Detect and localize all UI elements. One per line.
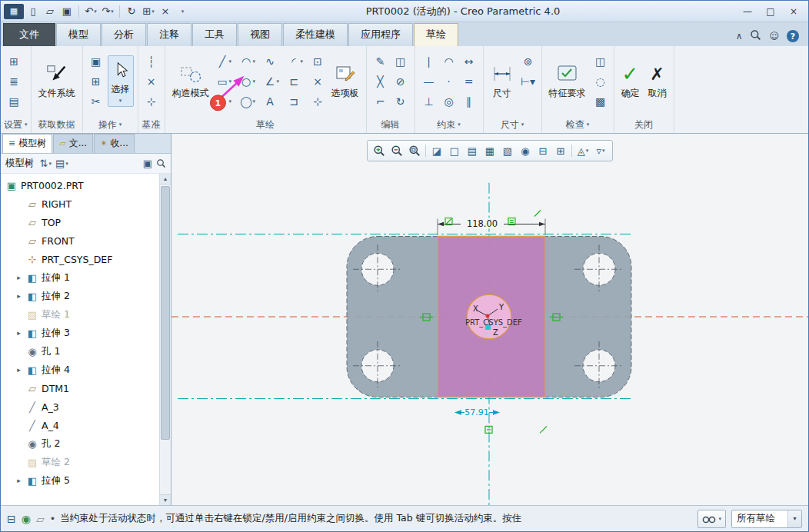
scrollbar-thumb[interactable] (161, 186, 170, 440)
tree-item[interactable]: ╱A_3 (1, 397, 159, 416)
chevron-down-icon[interactable]: ▾ (94, 8, 97, 15)
dimension-button[interactable]: 尺寸 (488, 60, 517, 102)
baseline-dimension-button[interactable]: ⊢▾ (519, 72, 538, 91)
chevron-down-icon[interactable]: ▾ (151, 8, 155, 15)
tree-item[interactable]: ╱A_4 (1, 416, 159, 434)
width-dimension[interactable]: 118.00 (438, 211, 545, 235)
scroll-down-icon[interactable]: ▾ (160, 494, 171, 505)
tree-item[interactable]: ▸◧拉伸 5 (1, 471, 159, 490)
tree-item[interactable]: ▱TOP (1, 213, 159, 231)
scroll-up-icon[interactable]: ▴ (160, 174, 171, 185)
expander-icon[interactable]: ▸ (15, 477, 23, 484)
datum-display-icon[interactable]: □ (446, 142, 463, 159)
tree-item[interactable]: ▸◧拉伸 2 (1, 287, 159, 305)
paste-button[interactable]: ▣ (87, 52, 105, 71)
shade-closed-loops-button[interactable]: ▩ (591, 92, 610, 111)
annotation-display-icon[interactable]: ▤ (464, 142, 481, 159)
sketch-canvas[interactable]: 118.00 57.91 (171, 134, 808, 505)
csys-tool[interactable]: ⊹ (310, 92, 326, 111)
tab-applications[interactable]: 应用程序 (348, 23, 413, 46)
display-style-icon[interactable]: ◪ (428, 142, 445, 159)
datum-display-filters-icon[interactable]: ▿▾ (592, 142, 609, 159)
datum-display-icon[interactable]: ▱ (36, 513, 45, 525)
tab-folder-browser[interactable]: ▱文... (53, 134, 93, 153)
tree-item[interactable]: ▱RIGHT (1, 195, 159, 213)
perimeter-dimension-button[interactable]: ⊚ (519, 52, 538, 71)
tree-sort-button[interactable]: ⇅▾ (40, 158, 52, 169)
undo-button[interactable]: ↶▾ (83, 3, 98, 20)
tab-view[interactable]: 视图 (238, 23, 282, 46)
save-button[interactable]: ▣ (59, 3, 75, 20)
project-tool[interactable]: ⊡ (310, 52, 326, 71)
close-button[interactable]: × (782, 3, 805, 20)
parallel-constraint-button[interactable]: ∥ (460, 92, 478, 111)
coincident-constraint-button[interactable]: ◎ (440, 92, 458, 111)
corner-button[interactable]: ⌐ (371, 92, 390, 111)
tree-item[interactable]: ▱FRONT (1, 231, 159, 250)
browser-icon[interactable]: ◉ (22, 513, 31, 525)
connect-icon[interactable]: ☺ (769, 31, 779, 42)
datum-csys-button[interactable]: ⊹ (142, 92, 161, 111)
group-label-setup[interactable]: 设置▾ (1, 116, 31, 133)
mirror-button[interactable]: ◫ (391, 52, 410, 71)
expander-icon[interactable]: ▸ (15, 274, 23, 281)
tab-model-tree[interactable]: ≡模型树 (2, 134, 52, 153)
centerline-tool[interactable]: ┆▾ (215, 92, 237, 111)
sketcher-display-filters-icon[interactable]: ◬▾ (574, 142, 591, 159)
tab-flexible-modeling[interactable]: 柔性建模 (283, 23, 348, 46)
spin-center-icon[interactable]: ◉ (517, 142, 534, 159)
datum-point-button[interactable]: × (142, 72, 161, 91)
tangent-constraint-button[interactable]: ◠ (440, 52, 458, 71)
redo-button[interactable]: ↷▾ (100, 3, 115, 20)
tab-sketch[interactable]: 草绘 (414, 23, 458, 46)
tree-item[interactable]: ▨草绘 2 (1, 453, 159, 471)
line-style-button[interactable]: ≣ (5, 72, 23, 91)
customize-quick-access-button[interactable]: ▾ (175, 3, 190, 20)
tree-item-root[interactable]: ▣PRT0002.PRT (1, 176, 159, 195)
circle-tool[interactable]: ○▾ (238, 72, 261, 91)
height-dimension[interactable]: 57.91 (454, 408, 500, 418)
group-label-inspect[interactable]: 检查▾ (542, 116, 614, 133)
palette-button[interactable]: 选项板 (328, 60, 362, 102)
new-button[interactable]: ▯ (25, 3, 41, 20)
arc-tool[interactable]: ◠▾ (238, 52, 261, 71)
construction-mode-button[interactable]: 构造模式 (169, 60, 212, 102)
windows-button[interactable]: ⊞▾ (141, 3, 156, 20)
spline-tool[interactable]: ∿ (262, 52, 285, 71)
expander-icon[interactable]: ▸ (15, 366, 23, 374)
tree-item[interactable]: ▱DTM1 (1, 379, 159, 397)
symmetric-constraint-button[interactable]: ↔ (460, 52, 478, 71)
view-manager-icon[interactable]: ⊞ (552, 142, 569, 159)
filter-select[interactable]: 所有草绘 ▾ (731, 510, 802, 528)
line-tool[interactable]: ╱▾ (215, 52, 237, 71)
cancel-button[interactable]: ✗ 取消 (645, 60, 670, 102)
tree-item[interactable]: ◉孔 2 (1, 434, 159, 453)
modify-button[interactable]: ✎ (371, 52, 390, 71)
find-button[interactable]: ▾ (697, 510, 726, 528)
datum-centerline-button[interactable]: ┆ (142, 52, 161, 71)
app-menu-button[interactable]: ▦ (4, 4, 24, 19)
close-window-button[interactable]: × (158, 3, 173, 20)
regenerate-button[interactable]: ↻ (124, 3, 139, 20)
refit-icon[interactable] (406, 142, 423, 159)
tree-item[interactable]: ⊹PRT_CSYS_DEF (1, 250, 159, 268)
tree-item[interactable]: ▨草绘 1 (1, 305, 159, 324)
tree-columns-button[interactable]: ▣ (143, 158, 152, 169)
help-icon[interactable]: ? (787, 30, 799, 42)
group-label-operations[interactable]: 操作▾ (83, 116, 138, 133)
maximize-button[interactable]: □ (759, 3, 782, 20)
tree-search-button[interactable] (156, 158, 166, 168)
tab-model[interactable]: 模型 (56, 23, 101, 46)
group-label-constrain[interactable]: 约束▾ (415, 116, 483, 133)
fillet-tool[interactable]: ◜▾ (286, 52, 308, 71)
expander-icon[interactable]: ▸ (15, 329, 23, 337)
midpoint-constraint-button[interactable]: · (440, 72, 458, 91)
grid-settings-button[interactable]: ⊞ (5, 52, 23, 71)
expander-icon[interactable]: ▸ (15, 292, 23, 300)
zoom-out-icon[interactable] (388, 142, 405, 159)
model-tree-toggle-icon[interactable]: ⊟ (7, 513, 16, 525)
rectangle-tool[interactable]: ▭▾ (215, 72, 237, 91)
tree-filter-button[interactable]: ▤▾ (55, 158, 68, 169)
ok-button[interactable]: ✓ 确定 (618, 60, 643, 102)
sketcher-preferences-button[interactable]: ▤ (5, 92, 23, 111)
